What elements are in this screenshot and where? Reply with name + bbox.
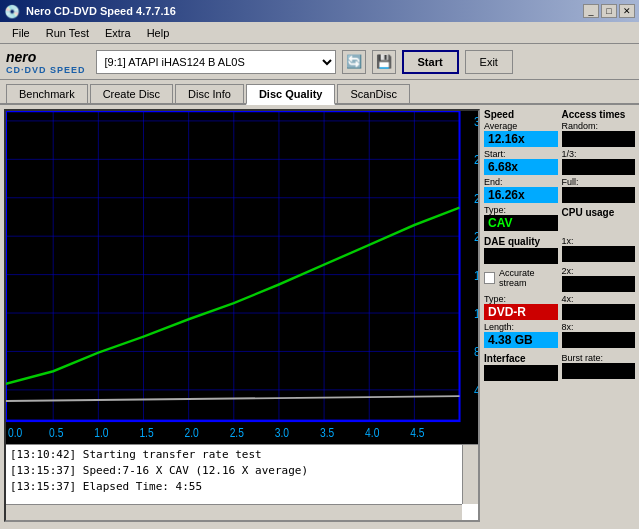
toolbar: nero CD·DVD SPEED [9:1] ATAPI iHAS124 B … (0, 44, 639, 80)
cpu-8x-col: 8x: (562, 322, 636, 350)
accurate-stream-row: Accurate stream (484, 268, 558, 288)
speed-row1: Average 12.16x Random: (484, 121, 635, 149)
log-msg-1: Speed:7-16 X CAV (12.16 X average) (83, 464, 308, 477)
burst-col: Burst rate: (562, 353, 636, 383)
log-row-1: [13:15:37] Speed:7-16 X CAV (12.16 X ave… (10, 463, 474, 479)
svg-text:3.5: 3.5 (320, 426, 334, 439)
svg-text:20: 20 (474, 229, 478, 244)
4x-value (562, 304, 636, 320)
tab-benchmark[interactable]: Benchmark (6, 84, 88, 103)
menu-bar: File Run Test Extra Help (0, 22, 639, 44)
right-panel: Speed Access times Average 12.16x Random… (484, 105, 639, 526)
accurate-stream-label: Accurate stream (499, 268, 558, 288)
log-scrollbar[interactable] (462, 445, 478, 504)
4x-label: 4x: (562, 294, 636, 304)
speed-start-col: Start: 6.68x (484, 149, 558, 177)
8x-label: 8x: (562, 322, 636, 332)
accurate-stream-checkbox[interactable] (484, 272, 495, 284)
cpu-row2: Accurate stream 2x: (484, 266, 635, 294)
menu-file[interactable]: File (4, 25, 38, 41)
log-msg-2: Elapsed Time: 4:55 (83, 480, 202, 493)
length-label: Length: (484, 322, 558, 332)
menu-help[interactable]: Help (139, 25, 178, 41)
menu-extra[interactable]: Extra (97, 25, 139, 41)
drive-select[interactable]: [9:1] ATAPI iHAS124 B AL0S (96, 50, 336, 74)
close-button[interactable]: ✕ (619, 4, 635, 18)
dae-value (484, 248, 558, 264)
minimize-button[interactable]: _ (583, 4, 599, 18)
tab-disc-quality[interactable]: Disc Quality (246, 84, 336, 105)
svg-text:1.5: 1.5 (139, 426, 153, 439)
nero-logo-top: nero (6, 49, 86, 65)
main-content: 32 28 24 20 16 12 8 4 24 X 20 X 16 X 12 … (0, 105, 639, 526)
onethird-label: 1/3: (562, 149, 636, 159)
type-label: Type: (484, 205, 558, 215)
disc-type-col: Type: DVD-R (484, 294, 558, 322)
title-bar: 💿 Nero CD-DVD Speed 4.7.7.16 _ □ ✕ (0, 0, 639, 22)
log-area: [13:10:42] Starting transfer rate test [… (6, 444, 478, 520)
onethird-value (562, 159, 636, 175)
cpu-section-rows: DAE quality 1x: Accurate stream 2x: (484, 236, 635, 350)
1x-value (562, 246, 636, 262)
cpu-row3: Type: DVD-R 4x: (484, 294, 635, 322)
app-icon: 💿 (4, 4, 20, 19)
tab-scan-disc[interactable]: ScanDisc (337, 84, 409, 103)
log-row-2: [13:15:37] Elapsed Time: 4:55 (10, 479, 474, 495)
svg-text:0.0: 0.0 (8, 426, 22, 439)
burst-value (562, 363, 636, 379)
log-hscrollbar[interactable] (6, 504, 462, 520)
maximize-button[interactable]: □ (601, 4, 617, 18)
cpu-1x-col: 1x: (562, 236, 636, 266)
length-value: 4.38 GB (484, 332, 558, 348)
random-value (562, 131, 636, 147)
svg-text:24: 24 (474, 191, 478, 206)
access-random-col: Random: (562, 121, 636, 149)
dae-label: DAE quality (484, 236, 558, 247)
svg-text:1.0: 1.0 (94, 426, 108, 439)
speed-title: Speed (484, 109, 558, 121)
speed-label: Speed (484, 109, 558, 120)
tab-disc-info[interactable]: Disc Info (175, 84, 244, 103)
log-msg-0: Starting transfer rate test (83, 448, 262, 461)
svg-text:2.0: 2.0 (185, 426, 199, 439)
svg-text:4.0: 4.0 (365, 426, 379, 439)
interface-row: Interface Burst rate: (484, 353, 635, 383)
cpu-section: CPU usage (562, 205, 636, 233)
title-text: Nero CD-DVD Speed 4.7.7.16 (26, 5, 583, 17)
accurate-stream-col: Accurate stream (484, 266, 558, 294)
interface-section: Interface Burst rate: (484, 353, 635, 383)
cpu-label: CPU usage (562, 207, 636, 218)
8x-value (562, 332, 636, 348)
1x-label: 1x: (562, 236, 636, 246)
nero-logo-bottom: CD·DVD SPEED (6, 65, 86, 75)
type-value: CAV (484, 215, 558, 231)
speed-end-col: End: 16.26x (484, 177, 558, 205)
menu-run-test[interactable]: Run Test (38, 25, 97, 41)
title-controls: _ □ ✕ (583, 4, 635, 18)
svg-text:32: 32 (474, 114, 478, 129)
refresh-button[interactable]: 🔄 (342, 50, 366, 74)
log-row-0: [13:10:42] Starting transfer rate test (10, 447, 474, 463)
nero-logo: nero CD·DVD SPEED (6, 49, 86, 75)
speed-section: Speed Access times Average 12.16x Random… (484, 109, 635, 233)
svg-text:4: 4 (474, 383, 478, 398)
speed-row2: Start: 6.68x 1/3: (484, 149, 635, 177)
cpu-row4: Length: 4.38 GB 8x: (484, 322, 635, 350)
chart-container: 32 28 24 20 16 12 8 4 24 X 20 X 16 X 12 … (4, 109, 480, 522)
interface-value (484, 365, 558, 381)
svg-text:3.0: 3.0 (275, 426, 289, 439)
log-time-2: [13:15:37] (10, 480, 76, 493)
svg-rect-0 (6, 111, 478, 421)
disc-type-value: DVD-R (484, 304, 558, 320)
cpu-dae-col: DAE quality (484, 236, 558, 266)
exit-button[interactable]: Exit (465, 50, 513, 74)
cpu-2x-col: 2x: (562, 266, 636, 294)
interface-col: Interface (484, 353, 558, 383)
interface-label: Interface (484, 353, 558, 364)
start-button[interactable]: Start (402, 50, 459, 74)
access-times-label: Access times (562, 109, 636, 120)
2x-value (562, 276, 636, 292)
tab-create-disc[interactable]: Create Disc (90, 84, 173, 103)
save-button[interactable]: 💾 (372, 50, 396, 74)
cpu-row1: DAE quality 1x: (484, 236, 635, 266)
